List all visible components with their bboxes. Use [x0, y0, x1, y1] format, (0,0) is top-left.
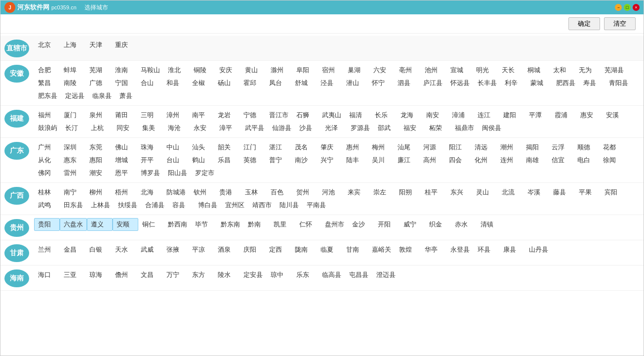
- maximize-button[interactable]: □: [624, 4, 631, 11]
- city-jiuquan[interactable]: 酒泉: [214, 243, 240, 256]
- city-huaining[interactable]: 怀宁: [368, 77, 394, 89]
- city-taihe[interactable]: 太和: [549, 64, 575, 77]
- city-shaowu[interactable]: 邵武: [374, 122, 400, 134]
- city-kaiyang[interactable]: 开阳: [374, 218, 400, 231]
- city-cenxi[interactable]: 岑溪: [523, 186, 549, 199]
- city-heshan[interactable]: 合山: [137, 77, 162, 89]
- city-jinchang[interactable]: 金昌: [60, 243, 85, 256]
- city-bengbu[interactable]: 蚌埠: [60, 64, 85, 77]
- city-nanling[interactable]: 南陵: [60, 77, 85, 89]
- city-fuqing[interactable]: 福清: [345, 109, 371, 122]
- city-weining[interactable]: 威宁: [400, 218, 425, 231]
- city-yunfu[interactable]: 云浮: [548, 141, 573, 154]
- city-lianjiang-gd[interactable]: 廉江: [394, 154, 419, 167]
- city-bobaixian[interactable]: 博白县: [194, 199, 221, 212]
- city-nanping[interactable]: 南平: [188, 109, 214, 122]
- city-fuan[interactable]: 福安: [400, 122, 425, 134]
- city-gannan[interactable]: 甘南: [342, 243, 368, 256]
- city-huizhou[interactable]: 惠州: [342, 141, 368, 154]
- city-wuwei[interactable]: 武威: [137, 243, 162, 256]
- city-kangxian[interactable]: 康县: [499, 243, 525, 256]
- city-zengcheng[interactable]: 增城: [111, 154, 137, 167]
- city-hechi[interactable]: 河池: [318, 186, 344, 199]
- city-taishan[interactable]: 台山: [162, 154, 188, 167]
- city-shishi[interactable]: 石狮: [292, 109, 318, 122]
- city-huanxian[interactable]: 环县: [474, 243, 499, 256]
- city-xianyouxian[interactable]: 仙游县: [268, 122, 295, 134]
- city-enping[interactable]: 恩平: [111, 167, 137, 179]
- city-changle[interactable]: 长乐: [371, 109, 397, 122]
- city-danzhou[interactable]: 儋州: [111, 268, 137, 281]
- city-shucheng[interactable]: 舒城: [291, 77, 317, 89]
- city-qionghai[interactable]: 琼海: [85, 268, 111, 281]
- close-button[interactable]: ×: [633, 4, 640, 11]
- city-fanchang[interactable]: 繁昌: [34, 77, 60, 89]
- city-nanxiong[interactable]: 南雄: [522, 154, 548, 167]
- city-lechang[interactable]: 乐昌: [214, 154, 240, 167]
- city-wuwei[interactable]: 无为: [575, 64, 601, 77]
- city-huating[interactable]: 华亭: [421, 243, 446, 256]
- city-qinzhou[interactable]: 钦州: [190, 186, 215, 199]
- city-linxia[interactable]: 临夏: [317, 243, 342, 256]
- city-yangshuo[interactable]: 阳朔: [395, 186, 421, 199]
- city-jingxian[interactable]: 泾县: [317, 77, 342, 89]
- city-sihui[interactable]: 四会: [445, 154, 471, 167]
- city-luchuanxian[interactable]: 陆川县: [276, 199, 303, 212]
- city-xinyi[interactable]: 信宜: [548, 154, 573, 167]
- city-changfengxian[interactable]: 长丰县: [474, 77, 501, 89]
- city-fuzhou[interactable]: 福州: [34, 109, 60, 122]
- city-leizhou[interactable]: 雷州: [60, 167, 85, 179]
- city-mengcheng[interactable]: 蒙城: [526, 77, 552, 89]
- city-chizhou[interactable]: 池州: [421, 64, 446, 77]
- city-meizhou[interactable]: 梅州: [368, 141, 394, 154]
- city-foshan[interactable]: 佛山: [111, 141, 137, 154]
- city-huiyang[interactable]: 惠阳: [85, 154, 111, 167]
- city-tongan[interactable]: 同安: [113, 122, 138, 134]
- city-zhangpu[interactable]: 漳浦: [448, 109, 474, 122]
- city-huazhou[interactable]: 化州: [471, 154, 496, 167]
- city-zunyi[interactable]: 遵义: [87, 218, 113, 231]
- city-kaiping[interactable]: 开平: [137, 154, 162, 167]
- city-liuzhou[interactable]: 柳州: [85, 186, 111, 199]
- city-zhijin[interactable]: 织金: [425, 218, 451, 231]
- city-shunde[interactable]: 顺德: [573, 141, 599, 154]
- city-beijing[interactable]: 北京: [34, 39, 60, 51]
- city-laibin[interactable]: 来宾: [344, 186, 369, 199]
- city-wuhuxian[interactable]: 芜湖县: [601, 64, 628, 77]
- city-tianjin[interactable]: 天津: [85, 39, 111, 51]
- city-tianchang[interactable]: 天长: [498, 64, 523, 77]
- city-wupingxian[interactable]: 武平县: [241, 122, 268, 134]
- city-huadu[interactable]: 花都: [599, 141, 625, 154]
- city-feidongxian[interactable]: 肥东县: [34, 89, 61, 102]
- city-huaibei[interactable]: 淮北: [164, 64, 190, 77]
- city-xingning[interactable]: 兴宁: [317, 154, 342, 167]
- city-guiyang[interactable]: 贵阳: [34, 218, 60, 231]
- city-lianzhou[interactable]: 连州: [496, 154, 522, 167]
- city-huoqiu[interactable]: 霍邱: [240, 77, 265, 89]
- city-xiamen[interactable]: 厦门: [60, 109, 85, 122]
- city-nansha[interactable]: 南沙: [291, 154, 317, 167]
- city-tiandongxian[interactable]: 田东县: [60, 199, 87, 212]
- city-dongguan[interactable]: 东莞: [85, 141, 111, 154]
- city-ningguo[interactable]: 宁国: [111, 77, 137, 89]
- city-qiannan[interactable]: 黔南: [244, 218, 270, 231]
- city-tongcheng[interactable]: 桐城: [523, 64, 549, 77]
- city-liupanshui[interactable]: 六盘水: [60, 218, 87, 231]
- city-wuzhou[interactable]: 梧州: [111, 186, 137, 199]
- city-rongxian[interactable]: 容县: [168, 199, 194, 212]
- city-liuan[interactable]: 六安: [369, 64, 395, 77]
- city-kaili[interactable]: 凯里: [270, 218, 295, 231]
- city-fushouixian[interactable]: 扶绥县: [114, 199, 141, 212]
- city-shenzhen[interactable]: 深圳: [60, 141, 85, 154]
- city-lianjiang[interactable]: 连江: [474, 109, 499, 122]
- city-qingyuan[interactable]: 清远: [471, 141, 496, 154]
- city-shouxian[interactable]: 寿县: [579, 77, 605, 89]
- city-tengxian[interactable]: 藤县: [549, 186, 575, 199]
- city-shanghang[interactable]: 上杭: [87, 122, 113, 134]
- city-longnan[interactable]: 陇南: [291, 243, 317, 256]
- city-zhongshan[interactable]: 中山: [162, 141, 188, 154]
- city-boluoxian[interactable]: 博罗县: [137, 167, 164, 179]
- city-changting[interactable]: 长汀: [61, 122, 87, 134]
- city-shaxian[interactable]: 沙县: [295, 122, 321, 134]
- city-huaiyuanxian[interactable]: 怀远县: [446, 77, 474, 89]
